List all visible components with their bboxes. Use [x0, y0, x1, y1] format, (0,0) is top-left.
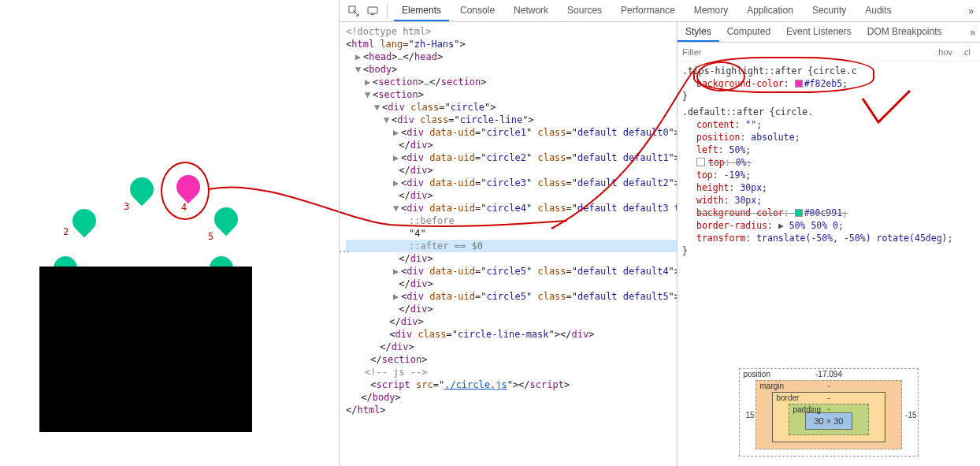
balloon-label: 5	[208, 231, 213, 242]
bm-padding-label: padding	[793, 405, 821, 414]
tree-line[interactable]: ▼<body>	[346, 63, 677, 76]
tree-line[interactable]: <div class="circle-line-mask"></div>	[346, 328, 677, 341]
tree-line[interactable]: ▼<section>	[346, 88, 677, 101]
box-model: position -17.094 margin - 15 -15 border …	[677, 359, 980, 466]
cls-toggle[interactable]: .cl	[957, 47, 975, 57]
styles-sidebar: Styles Computed Event Listeners DOM Brea…	[677, 22, 980, 466]
css-property[interactable]: background-color: #00c991;	[682, 207, 975, 219]
devtools-main: <!doctype html> <html lang="zh-Hans"> ▶<…	[340, 22, 980, 466]
tab-performance[interactable]: Performance	[613, 0, 683, 21]
balloon-shape	[68, 204, 101, 237]
tree-line[interactable]: ▶<div data-uid="circle2" class="default …	[346, 151, 677, 164]
tree-line[interactable]: </html>	[346, 404, 677, 416]
annotation-circle	[161, 162, 210, 220]
css-property[interactable]: content: "";	[682, 118, 975, 131]
balloon-3: 3	[130, 177, 154, 201]
tree-line[interactable]: </div>	[346, 341, 677, 353]
sidebar-more-icon[interactable]: »	[970, 27, 980, 38]
tree-line[interactable]: ::before	[346, 214, 677, 227]
tree-line-selected[interactable]: ::after == $0	[346, 240, 677, 252]
tree-line[interactable]: "4"	[346, 227, 677, 240]
css-property[interactable]: position: absolute;	[682, 131, 975, 144]
css-property[interactable]: transform: translate(-50%, -50%) rotate(…	[682, 232, 975, 244]
tab-audits[interactable]: Audits	[857, 0, 899, 21]
color-swatch[interactable]	[795, 209, 803, 217]
tree-line[interactable]: </div>	[346, 303, 677, 315]
tree-line[interactable]: </div>	[346, 278, 677, 290]
color-swatch[interactable]	[795, 80, 803, 88]
tree-line[interactable]: <html lang="zh-Hans">	[346, 38, 677, 50]
tree-line[interactable]: </div>	[346, 164, 677, 177]
source-link[interactable]: circle.	[775, 106, 813, 117]
tab-sources[interactable]: Sources	[559, 0, 610, 21]
tab-computed[interactable]: Computed	[719, 22, 778, 42]
device-mode-icon[interactable]	[365, 3, 380, 19]
tab-security[interactable]: Security	[804, 0, 854, 21]
svg-rect-1	[368, 7, 377, 13]
tree-line[interactable]: ▼<div class="circle-line">	[346, 114, 677, 126]
css-property[interactable]: height: 30px;	[682, 181, 975, 194]
balloon-2: 2	[72, 209, 96, 233]
elements-tree[interactable]: <!doctype html> <html lang="zh-Hans"> ▶<…	[340, 22, 677, 466]
page-preview: 2 3 4 5	[0, 0, 339, 466]
tree-line[interactable]: </div>	[346, 315, 677, 328]
css-property[interactable]: left: 50%;	[682, 144, 975, 156]
devtools-panel: Elements Console Network Sources Perform…	[339, 0, 980, 466]
tree-line[interactable]: ▼<div class="circle">	[346, 101, 677, 114]
tree-line[interactable]: </div>	[346, 189, 677, 202]
balloon-shape	[210, 203, 243, 236]
tree-line[interactable]: <!doctype html>	[346, 25, 677, 38]
css-property[interactable]: top: -19%;	[682, 169, 975, 181]
tab-elements[interactable]: Elements	[394, 0, 449, 21]
prop-checkbox[interactable]	[696, 158, 705, 166]
tree-line[interactable]: ▶<div data-uid="circle5" class="default …	[346, 265, 677, 278]
toolbar-more-icon[interactable]: »	[968, 6, 980, 17]
tree-line[interactable]: </section>	[346, 353, 677, 366]
tab-dom-breakpoints[interactable]: DOM Breakpoints	[859, 22, 950, 42]
inspect-icon[interactable]	[346, 3, 362, 19]
bm-position-label: position	[743, 370, 770, 378]
svg-rect-2	[371, 14, 374, 15]
css-property[interactable]: border-radius: ▶ 50% 50% 0;	[682, 219, 975, 232]
divider	[387, 4, 388, 18]
tab-styles[interactable]: Styles	[677, 22, 719, 42]
bm-content-size: 30 × 30	[805, 412, 852, 430]
tree-line[interactable]: </div>	[346, 252, 677, 265]
tree-line[interactable]: ▶<div data-uid="circle5" class="default …	[346, 290, 677, 303]
balloon-label: 2	[63, 226, 69, 237]
tab-network[interactable]: Network	[506, 0, 556, 21]
filter-row: :hov .cl	[677, 43, 980, 62]
tree-line[interactable]: </div>	[346, 139, 677, 151]
tree-line[interactable]: ▶<section>…</section>	[346, 76, 677, 88]
source-link[interactable]: circle.c	[813, 65, 856, 76]
css-property[interactable]: top: 0%;	[682, 156, 975, 169]
gutter-menu-icon[interactable]: ⋯	[339, 245, 350, 258]
balloon-5: 5	[214, 207, 238, 231]
css-property[interactable]: width: 30px;	[682, 194, 975, 207]
tree-line[interactable]: ▶<div data-uid="circle3" class="default …	[346, 177, 677, 189]
bm-margin-label: margin	[759, 382, 784, 390]
preview-black-rect	[39, 267, 252, 432]
balloon-label: 3	[124, 201, 129, 212]
tree-line[interactable]: ▶<div data-uid="circle1" class="default …	[346, 126, 677, 139]
styles-body[interactable]: .tips-highlight::after {circle.c backgro…	[677, 62, 980, 359]
devtools-toolbar: Elements Console Network Sources Perform…	[340, 0, 980, 22]
rule-default-after[interactable]: .default::after {circle. content: "";pos…	[682, 106, 975, 257]
tree-line[interactable]: <!-- js -->	[346, 366, 677, 378]
sidebar-tabs: Styles Computed Event Listeners DOM Brea…	[677, 22, 980, 43]
tab-console[interactable]: Console	[452, 0, 503, 21]
tree-line[interactable]: ▼<div data-uid="circle4" class="default …	[346, 202, 677, 214]
bm-border-label: border	[776, 393, 799, 402]
tree-line[interactable]: </body>	[346, 391, 677, 404]
tree-line[interactable]: ▶<head>…</head>	[346, 50, 677, 63]
tab-application[interactable]: Application	[739, 0, 801, 21]
filter-input[interactable]	[682, 47, 931, 57]
tab-event-listeners[interactable]: Event Listeners	[778, 22, 859, 42]
rule-tips-highlight[interactable]: .tips-highlight::after {circle.c backgro…	[682, 65, 975, 103]
tree-line[interactable]: <script src="./circle.js"></script>	[346, 378, 677, 391]
balloon-shape	[125, 173, 158, 206]
hov-toggle[interactable]: :hov	[931, 47, 957, 57]
tab-memory[interactable]: Memory	[686, 0, 736, 21]
